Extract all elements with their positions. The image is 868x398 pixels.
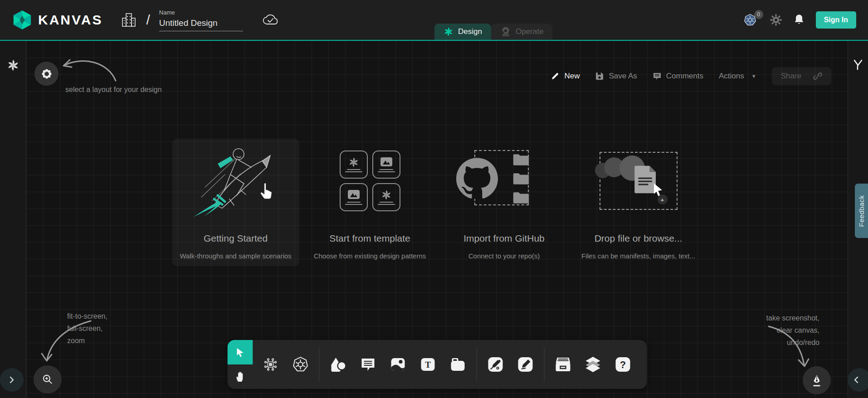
kubernetes-icon: [292, 356, 309, 373]
start-options: Getting Started Walk-throughs and sample…: [26, 139, 848, 266]
spiral-icon: [348, 157, 359, 168]
rocket-sketch-illustration: [186, 142, 286, 220]
pen-path-tool-button[interactable]: [482, 340, 508, 389]
library-tools: ?: [545, 340, 640, 389]
annotate-pen-button[interactable]: [803, 366, 831, 394]
app-header: KANVAS / Name Design: [0, 0, 868, 40]
template-illustration: [307, 141, 434, 221]
card-drop-file[interactable]: + Drop file or browse... Files can be ma…: [575, 139, 702, 266]
hint-select-layout: select a layout for your design: [65, 83, 162, 96]
comment-icon: [360, 357, 375, 372]
hint-zoom-controls: fit-to-screen, full-screen, zoom: [67, 310, 107, 347]
layout-selector-button[interactable]: [34, 62, 59, 86]
header-actions: 0 Sign In: [743, 11, 856, 29]
link-icon: [813, 72, 822, 81]
folder-icon: [512, 172, 530, 185]
pointer-tools: [227, 340, 253, 389]
save-as-label: Save As: [609, 72, 637, 81]
pen-tool-icon: [488, 357, 503, 372]
image-icon: [380, 157, 393, 168]
pen-nib-icon: [811, 374, 823, 387]
card-subtitle: Connect to your repo(s): [441, 252, 568, 260]
card-title: Getting Started: [172, 233, 299, 244]
tab-operate[interactable]: Operate: [491, 24, 552, 40]
zoom-button[interactable]: [34, 365, 62, 393]
feedback-tab[interactable]: Feedback: [855, 184, 868, 238]
actions-label: Actions: [719, 72, 744, 81]
operate-headset-icon: [500, 26, 511, 37]
components-drawer-button[interactable]: [550, 340, 576, 389]
hand-pointer-cursor-icon: [258, 182, 274, 200]
image-icon: [390, 357, 405, 372]
image-tool-button[interactable]: [385, 340, 411, 389]
cloud-saved-icon: [261, 13, 279, 27]
settings-gear-icon[interactable]: [770, 14, 782, 26]
comments-button[interactable]: Comments: [653, 72, 703, 81]
template-thumb-image: [340, 183, 368, 211]
expand-right-panel-button[interactable]: [848, 368, 868, 392]
card-title: Drop file or browse...: [575, 233, 702, 244]
folder-icon: [512, 191, 530, 204]
magnifier-plus-icon: [42, 374, 54, 385]
new-label: New: [564, 72, 580, 81]
sketch-tool-button[interactable]: [512, 340, 538, 389]
text-icon: T: [420, 357, 435, 372]
meshery-spiral-icon[interactable]: [7, 59, 20, 72]
kubernetes-components-button[interactable]: [287, 340, 313, 389]
svg-text:?: ?: [619, 359, 625, 370]
new-design-button[interactable]: New: [551, 72, 580, 81]
save-as-button[interactable]: Save As: [595, 72, 637, 81]
layers-icon: [584, 356, 601, 373]
text-tool-button[interactable]: T: [414, 340, 441, 389]
layout-flower-icon: [41, 68, 52, 79]
cluster-connection-button[interactable]: 0: [743, 13, 759, 27]
sign-in-button[interactable]: Sign In: [816, 11, 856, 29]
component-tools: [253, 340, 318, 389]
card-title: Import from GitHub: [441, 233, 568, 244]
note-tool-button[interactable]: [444, 340, 471, 389]
logo-wordmark: KANVAS: [38, 12, 102, 28]
svg-text:T: T: [425, 360, 431, 369]
select-tool-button[interactable]: [227, 340, 253, 364]
kanvas-y-icon[interactable]: [853, 59, 863, 71]
template-thumb-spiral: [340, 150, 368, 179]
actions-dropdown[interactable]: Actions ▼: [719, 72, 756, 81]
drawing-tools: [478, 340, 543, 389]
design-name-input[interactable]: [159, 17, 243, 31]
hint-arrow-layout: [54, 51, 120, 87]
circuit-node-icon: [262, 356, 278, 373]
feedback-label: Feedback: [858, 195, 865, 227]
comments-icon: [653, 72, 662, 81]
getting-started-illustration: [172, 141, 299, 221]
chevron-right-icon: [8, 376, 15, 383]
comments-label: Comments: [666, 72, 703, 81]
template-thumb-image: [372, 150, 400, 179]
card-import-from-github[interactable]: Import from GitHub Connect to your repo(…: [441, 139, 568, 266]
pencil-icon: [551, 72, 560, 81]
card-getting-started[interactable]: Getting Started Walk-throughs and sample…: [172, 139, 299, 266]
design-canvas[interactable]: select a layout for your design New Save…: [26, 41, 848, 398]
card-start-from-template[interactable]: Start from template Choose from existing…: [307, 139, 434, 266]
cursor-arrow-icon: [234, 347, 245, 358]
layers-button[interactable]: [580, 340, 606, 389]
notifications-bell-icon[interactable]: [793, 14, 805, 26]
kanvas-logo[interactable]: KANVAS: [12, 10, 102, 30]
kanvas-logo-icon: [12, 10, 33, 30]
comment-tool-button[interactable]: [355, 340, 381, 389]
pan-tool-button[interactable]: [227, 364, 253, 389]
expand-left-panel-button[interactable]: [0, 368, 24, 392]
image-icon: [347, 189, 360, 200]
hand-icon: [234, 371, 245, 383]
save-icon: [595, 72, 604, 81]
shapes-icon: [329, 357, 346, 372]
shapes-tool-button[interactable]: [325, 340, 351, 389]
mesh-components-button[interactable]: [257, 340, 283, 389]
tab-design[interactable]: Design: [434, 24, 491, 40]
drop-zone[interactable]: +: [600, 152, 678, 210]
card-subtitle: Choose from existing design patterns: [307, 252, 434, 260]
help-button[interactable]: ?: [610, 340, 636, 389]
organization-icon[interactable]: [121, 12, 137, 28]
spiral-icon: [381, 189, 392, 200]
canvas-action-bar: New Save As Comments Actions: [551, 67, 831, 85]
share-button[interactable]: Share: [772, 67, 831, 85]
